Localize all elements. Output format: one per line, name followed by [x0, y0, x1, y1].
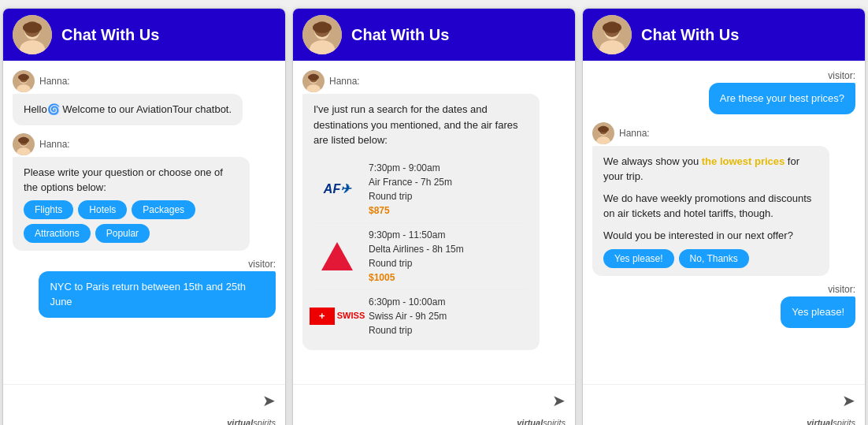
visitor-question-bubble: Are these your best prices? [709, 83, 855, 114]
flight-info-3: 6:30pm - 10:00am Swiss Air - 9h 25m Roun… [369, 295, 447, 337]
svg-point-9 [18, 74, 29, 80]
visitor-question-row: visitor: Are these your best prices? [592, 70, 855, 114]
chat-header-3: Chat With Us [583, 9, 865, 61]
flight-card-3: + SWISS 6:30pm - 10:00am Swiss Air - 9h … [313, 290, 529, 342]
swiss-logo: + SWISS [313, 300, 361, 332]
response-buttons: Yes please! No, Thanks [603, 249, 818, 268]
agent-name-p3: Hanna: [619, 128, 650, 139]
yes-please-button[interactable]: Yes please! [603, 249, 674, 268]
svg-marker-25 [321, 242, 353, 270]
chat-title-3: Chat With Us [641, 26, 739, 44]
no-thanks-button[interactable]: No, Thanks [679, 249, 749, 268]
flight-time-1: 7:30pm - 9:00am [369, 161, 452, 175]
sender-avatar-p2 [302, 70, 325, 92]
agent-response-1: We always show you the lowest prices for… [603, 154, 818, 185]
agent-message-p3: Hanna: We always show you the lowest pri… [592, 122, 855, 277]
tag-hotels[interactable]: Hotels [78, 200, 127, 219]
chat-body-2[interactable]: Hanna: I've just run a search for the da… [293, 61, 575, 384]
chat-widget-2: Chat With Us Hanna: [292, 8, 576, 425]
delta-logo [313, 240, 361, 272]
flight-price-2: $1005 [369, 270, 464, 285]
agent-name-1: Hanna: [39, 76, 70, 87]
agent-bubble-2: Please write your question or choose one… [13, 157, 250, 251]
chat-title-2: Chat With Us [351, 26, 449, 44]
flight-time-3: 6:30pm - 10:00am [369, 295, 447, 309]
agent-text-2: Please write your question or choose one… [24, 166, 223, 194]
tag-packages[interactable]: Packages [132, 200, 195, 219]
send-button-3[interactable]: ➤ [842, 391, 855, 410]
chat-widget-3: Chat With Us visitor: Are these your bes… [582, 8, 866, 425]
agent-response-2: We do have weekly promotions and discoun… [603, 191, 818, 222]
flight-airline-2: Delta Airlines - 8h 15m [369, 242, 464, 256]
chat-title-1: Chat With Us [61, 26, 159, 44]
visitor-label-3: visitor: [828, 70, 855, 81]
agent-name-2: Hanna: [39, 139, 70, 150]
flight-airline-3: Swiss Air - 9h 25m [369, 309, 447, 323]
visitor-reply-bubble: Yes please! [781, 296, 855, 328]
chat-footer-3: ➤ [583, 384, 865, 416]
brand-1: virtualspirits [3, 416, 285, 425]
svg-point-30 [603, 22, 621, 33]
tag-popular[interactable]: Popular [95, 224, 150, 243]
brand-2: virtualspirits [293, 416, 575, 425]
visitor-label-3b: visitor: [828, 284, 855, 295]
svg-point-24 [308, 74, 319, 80]
airfrance-logo: AF✈ [313, 173, 361, 205]
agent-response-3: Would you be interested in our next offe… [603, 228, 818, 244]
agent-message-1: Hanna: Hello🌀 Welcome to our AviationTou… [13, 70, 276, 125]
brand-3: virtualspirits [583, 416, 865, 425]
tag-buttons: Flights Hotels Packages Attractions Popu… [24, 200, 239, 243]
tag-flights[interactable]: Flights [24, 200, 73, 219]
flight-airline-1: Air France - 7h 25m [369, 175, 452, 189]
visitor-bubble-1: NYC to Paris return between 15th and 25t… [39, 271, 276, 318]
svg-point-14 [18, 137, 29, 144]
visitor-message-1: visitor: NYC to Paris return between 15t… [13, 259, 276, 318]
chat-widget-1: Chat With Us Hanna: [2, 8, 286, 425]
flight-time-2: 9:30pm - 11:50am [369, 228, 464, 242]
flight-card-1: AF✈ 7:30pm - 9:00am Air France - 7h 25m … [313, 156, 529, 223]
send-button-2[interactable]: ➤ [552, 391, 566, 410]
flight-type-1: Round trip [369, 189, 452, 203]
flight-type-2: Round trip [369, 256, 464, 270]
flight-type-3: Round trip [369, 323, 447, 337]
svg-point-35 [598, 126, 609, 132]
flight-card-2: 9:30pm - 11:50am Delta Airlines - 8h 15m… [313, 223, 529, 290]
chat-footer-2: ➤ [293, 384, 575, 416]
chat-header-1: Chat With Us [3, 9, 285, 61]
svg-point-19 [313, 22, 332, 33]
flight-info-1: 7:30pm - 9:00am Air France - 7h 25m Roun… [369, 161, 452, 218]
agent-bubble-p2: I've just run a search for the dates and… [302, 94, 540, 350]
agent-message-2: Hanna: Please write your question or cho… [13, 133, 276, 251]
chat-body-3[interactable]: visitor: Are these your best prices? [583, 61, 865, 384]
flight-intro: I've just run a search for the dates and… [313, 102, 529, 148]
agent-name-p2: Hanna: [329, 76, 360, 87]
agent-text-1: Hello🌀 Welcome to our AviationTour chatb… [24, 103, 232, 115]
agent-avatar-1 [13, 15, 52, 54]
flight-price-1: $875 [369, 203, 452, 218]
flight-info-2: 9:30pm - 11:50am Delta Airlines - 8h 15m… [369, 228, 464, 285]
sender-avatar-1 [13, 70, 35, 92]
agent-bubble-1: Hello🌀 Welcome to our AviationTour chatb… [13, 94, 243, 125]
chat-header-2: Chat With Us [293, 9, 575, 61]
agent-message-p2: Hanna: I've just run a search for the da… [302, 70, 566, 350]
sender-avatar-p3 [592, 122, 614, 144]
svg-point-4 [23, 22, 42, 33]
visitor-reply-row: visitor: Yes please! [592, 284, 855, 328]
agent-bubble-p3: We always show you the lowest prices for… [592, 146, 829, 277]
visitor-label-1: visitor: [248, 259, 276, 270]
chat-body-1[interactable]: Hanna: Hello🌀 Welcome to our AviationTou… [3, 61, 285, 384]
chat-footer-1: ➤ [3, 384, 285, 416]
sender-avatar-2 [13, 133, 35, 155]
send-button-1[interactable]: ➤ [262, 391, 276, 410]
agent-avatar-2 [302, 15, 342, 54]
chat-panels-container: Chat With Us Hanna: [0, 0, 868, 425]
tag-attractions[interactable]: Attractions [24, 224, 91, 243]
agent-avatar-3 [592, 15, 632, 54]
